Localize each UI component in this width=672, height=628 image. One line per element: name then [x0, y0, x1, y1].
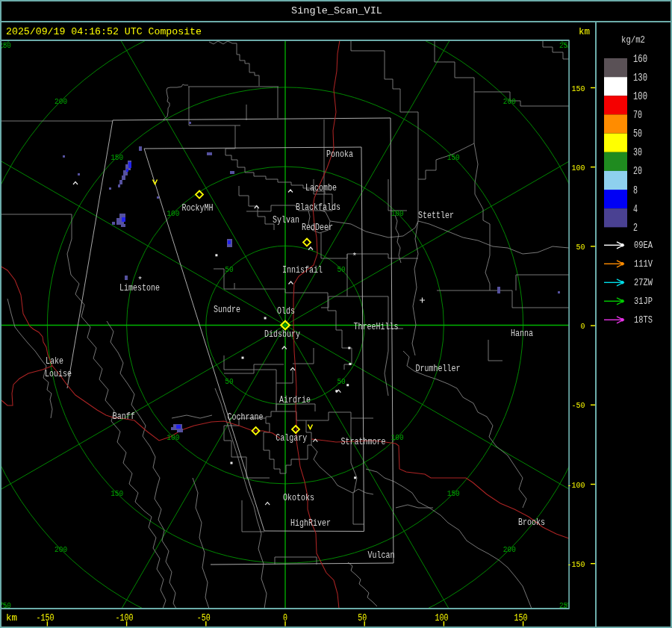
svg-text:50: 50: [576, 243, 585, 252]
svg-text:Lacombe: Lacombe: [305, 182, 337, 193]
svg-text:Innisfail: Innisfail: [282, 264, 323, 276]
svg-text:200: 200: [503, 97, 516, 106]
svg-text:Sylvan: Sylvan: [273, 214, 299, 226]
svg-text:130: 130: [633, 72, 647, 84]
svg-text:150: 150: [111, 153, 123, 162]
svg-text:-150: -150: [567, 560, 585, 569]
svg-text:100: 100: [391, 433, 404, 442]
svg-text:-150: -150: [36, 613, 54, 624]
svg-text:Stettler: Stettler: [418, 210, 454, 221]
svg-text:27ZW: 27ZW: [634, 277, 653, 288]
svg-text:Sundre: Sundre: [214, 304, 240, 315]
svg-text:111V: 111V: [634, 258, 653, 270]
svg-text:Limestone: Limestone: [119, 282, 160, 293]
svg-text:100: 100: [391, 209, 404, 218]
svg-text:150: 150: [447, 489, 460, 498]
svg-text:200: 200: [55, 545, 67, 554]
svg-text:Brooks: Brooks: [518, 517, 545, 528]
svg-text:-50: -50: [572, 401, 585, 410]
svg-text:RedDeer: RedDeer: [302, 222, 333, 233]
svg-text:20: 20: [633, 165, 642, 177]
svg-text:8: 8: [633, 184, 638, 196]
svg-text:Blackfalds: Blackfalds: [296, 202, 340, 213]
svg-text:kg/m2: kg/m2: [621, 34, 645, 46]
svg-text:ThreeHills: ThreeHills: [353, 321, 398, 332]
svg-text:Cochrane: Cochrane: [227, 411, 263, 423]
svg-text:Strathmore: Strathmore: [341, 436, 386, 447]
svg-text:Vulcan: Vulcan: [368, 550, 395, 561]
svg-text:200: 200: [503, 545, 516, 554]
svg-text:-100: -100: [116, 613, 134, 624]
svg-text:Calgary: Calgary: [276, 432, 307, 444]
svg-text:Airdrie: Airdrie: [279, 394, 311, 405]
svg-text:31JP: 31JP: [634, 296, 653, 307]
svg-text:km: km: [6, 612, 17, 624]
svg-text:100: 100: [167, 209, 179, 218]
svg-text:4: 4: [633, 203, 638, 215]
svg-text:50: 50: [633, 128, 642, 140]
svg-text:100: 100: [572, 164, 585, 172]
svg-text:Hanna: Hanna: [511, 328, 533, 339]
svg-text:250: 250: [0, 41, 11, 50]
svg-text:50: 50: [358, 613, 367, 624]
svg-text:Banff: Banff: [113, 411, 135, 422]
svg-text:Drumheller: Drumheller: [416, 363, 461, 374]
svg-text:Didsbury: Didsbury: [264, 329, 300, 340]
svg-text:2025/09/19 04:16:52 UTC Compos: 2025/09/19 04:16:52 UTC Composite: [6, 26, 202, 37]
svg-text:HighRiver: HighRiver: [290, 517, 331, 529]
svg-text:*: *: [352, 252, 358, 261]
svg-text:Okotoks: Okotoks: [283, 492, 314, 503]
svg-text:18TS: 18TS: [634, 314, 653, 326]
svg-text:150: 150: [447, 153, 460, 162]
svg-text:-50: -50: [197, 613, 211, 624]
svg-text:200: 200: [55, 97, 67, 106]
svg-text:km: km: [579, 26, 590, 37]
svg-text:Olds: Olds: [277, 305, 295, 317]
svg-text:150: 150: [514, 613, 528, 624]
svg-text:Ponoka: Ponoka: [326, 149, 353, 160]
svg-text:50: 50: [225, 377, 233, 386]
svg-text:Louise: Louise: [45, 368, 72, 379]
svg-text:100: 100: [435, 613, 448, 624]
svg-text:150: 150: [111, 489, 123, 498]
svg-text:100: 100: [167, 433, 179, 442]
svg-text:2: 2: [633, 222, 638, 234]
svg-text:100: 100: [633, 90, 647, 102]
svg-text:50: 50: [337, 265, 345, 274]
svg-text:160: 160: [633, 53, 647, 65]
svg-text:Single_Scan_VIL: Single_Scan_VIL: [291, 5, 382, 16]
svg-text:Lake: Lake: [46, 355, 63, 367]
svg-text:RockyMH: RockyMH: [182, 202, 214, 214]
svg-text:09EA: 09EA: [634, 240, 653, 251]
svg-text:50: 50: [225, 265, 233, 274]
svg-text:50: 50: [337, 377, 345, 386]
svg-text:150: 150: [572, 84, 585, 93]
svg-text:-100: -100: [567, 481, 585, 490]
svg-text:30: 30: [633, 146, 642, 158]
svg-text:0: 0: [581, 322, 585, 331]
svg-text:70: 70: [633, 109, 642, 121]
